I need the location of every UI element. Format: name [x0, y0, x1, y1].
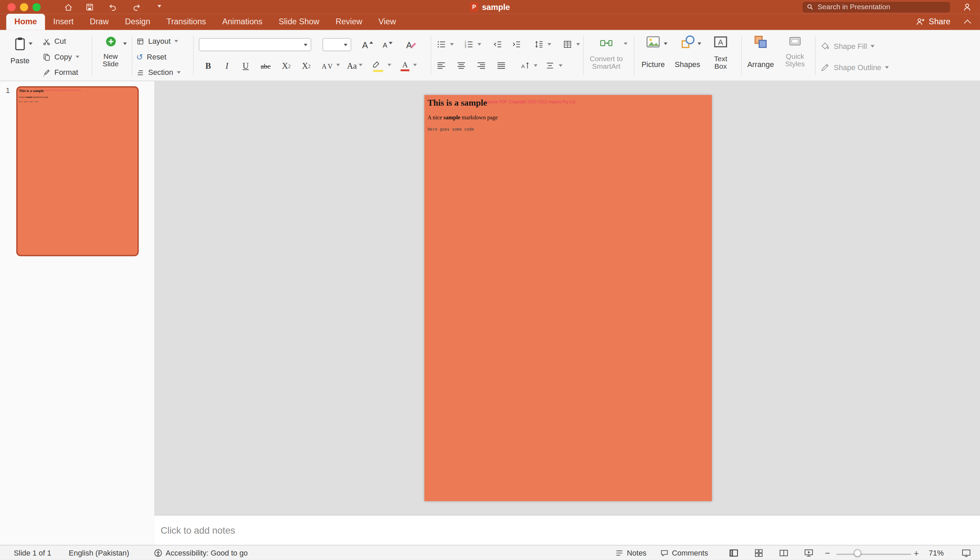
text-box-button[interactable]: Text Box — [707, 34, 734, 70]
clear-formatting-button[interactable]: A — [402, 38, 420, 53]
zoom-slider-handle[interactable] — [854, 549, 862, 557]
comments-toggle[interactable]: Comments — [660, 546, 708, 560]
share-button[interactable]: Share — [916, 17, 951, 26]
tab-transitions[interactable]: Transitions — [158, 14, 214, 30]
search-input[interactable] — [803, 2, 950, 12]
character-spacing-dropdown[interactable] — [336, 63, 340, 66]
layout-button[interactable]: Layout — [136, 35, 178, 48]
text-direction-dropdown[interactable] — [534, 64, 538, 67]
quick-styles-button[interactable]: Quick Styles — [781, 34, 809, 68]
font-size-combobox[interactable] — [322, 38, 351, 51]
shape-outline-button[interactable]: Shape Outline — [820, 61, 889, 74]
columns-dropdown[interactable] — [576, 43, 580, 45]
normal-view-button[interactable] — [729, 546, 738, 560]
paste-dropdown[interactable] — [29, 42, 32, 45]
highlight-color-dropdown[interactable] — [387, 63, 391, 66]
slide-code[interactable]: Here goes some code — [427, 127, 474, 132]
slide-number-indicator[interactable]: Slide 1 of 1 — [14, 546, 51, 560]
home-button[interactable] — [63, 2, 73, 11]
tab-view[interactable]: View — [370, 14, 404, 30]
align-text-button[interactable] — [545, 60, 555, 70]
character-spacing-button[interactable]: AV — [319, 59, 337, 74]
text-direction-button[interactable] — [520, 60, 530, 70]
picture-button[interactable]: Picture — [639, 34, 667, 69]
save-button[interactable] — [85, 2, 94, 11]
close-button[interactable] — [8, 3, 16, 11]
tab-animations[interactable]: Animations — [214, 14, 270, 30]
copy-dropdown[interactable] — [75, 56, 79, 58]
shapes-dropdown[interactable] — [698, 42, 701, 45]
columns-button[interactable] — [562, 39, 572, 49]
new-slide-button[interactable]: New Slide — [95, 34, 126, 68]
tab-home[interactable]: Home — [6, 14, 45, 30]
language-indicator[interactable]: English (Pakistan) — [69, 546, 129, 560]
cut-button[interactable]: Cut — [42, 35, 66, 48]
superscript-button[interactable]: X2 — [278, 59, 295, 74]
slide-thumbnail[interactable]: Aspose PDF. Copyright 2002-2022 Aspose P… — [17, 86, 139, 256]
copy-button[interactable]: Copy — [42, 51, 79, 63]
picture-dropdown[interactable] — [664, 42, 667, 45]
decrease-indent-button[interactable] — [492, 39, 502, 49]
tab-slide-show[interactable]: Slide Show — [270, 14, 327, 30]
shape-fill-button[interactable]: Shape Fill — [820, 40, 875, 53]
redo-button[interactable] — [132, 2, 142, 11]
zoom-in-button[interactable]: + — [914, 546, 919, 560]
bullets-button[interactable] — [436, 39, 446, 49]
line-spacing-dropdown[interactable] — [547, 43, 551, 45]
bullets-dropdown[interactable] — [450, 43, 454, 45]
align-text-dropdown[interactable] — [559, 64, 562, 67]
align-left-button[interactable] — [436, 60, 446, 70]
change-case-button[interactable]: Aa — [343, 59, 360, 74]
zoom-percentage[interactable]: 71% — [929, 546, 944, 560]
notes-toggle[interactable]: Notes — [615, 546, 647, 560]
paste-button[interactable]: Paste — [5, 34, 35, 65]
section-button[interactable]: Section — [136, 66, 180, 79]
tab-review[interactable]: Review — [328, 14, 370, 30]
numbering-button[interactable] — [464, 39, 473, 49]
numbering-dropdown[interactable] — [477, 43, 481, 45]
bold-button[interactable]: B — [200, 59, 217, 74]
convert-smartart-button[interactable]: Convert to SmartArt — [586, 34, 626, 70]
fit-window-button[interactable] — [961, 546, 971, 560]
zoom-slider[interactable] — [837, 553, 911, 555]
highlight-color-button[interactable] — [372, 60, 387, 73]
shrink-font-button[interactable]: A — [379, 38, 396, 53]
font-color-button[interactable]: A — [397, 59, 412, 74]
font-name-combobox[interactable] — [199, 38, 311, 51]
increase-indent-button[interactable] — [511, 39, 521, 49]
tab-insert[interactable]: Insert — [45, 14, 82, 30]
slideshow-button[interactable] — [804, 546, 814, 560]
italic-button[interactable]: I — [219, 59, 235, 74]
slide-heading[interactable]: This is a sample — [427, 98, 487, 108]
font-color-dropdown[interactable] — [413, 63, 417, 66]
shapes-button[interactable]: Shapes — [673, 34, 701, 69]
underline-button[interactable]: U — [238, 59, 254, 74]
change-case-dropdown[interactable] — [359, 63, 362, 66]
collapse-ribbon-button[interactable] — [965, 20, 970, 26]
shape-fill-dropdown[interactable] — [871, 45, 875, 48]
line-spacing-button[interactable] — [534, 39, 544, 49]
slide-body[interactable]: A nice sample markdown page — [427, 114, 498, 120]
shape-outline-dropdown[interactable] — [885, 66, 889, 69]
reading-view-button[interactable] — [778, 546, 788, 560]
account-icon[interactable] — [963, 2, 972, 11]
slide-sorter-button[interactable] — [753, 546, 763, 560]
strikethrough-button[interactable]: abc — [256, 59, 275, 74]
align-right-button[interactable] — [476, 60, 486, 70]
minimize-button[interactable] — [20, 3, 28, 11]
zoom-out-button[interactable]: − — [825, 546, 830, 560]
format-painter-button[interactable]: Format — [42, 66, 78, 79]
toolbar-options-chevron[interactable] — [158, 5, 162, 8]
slide-canvas[interactable]: Aspose PDF. Copyright 2002-2022 Aspose P… — [424, 95, 712, 501]
notes-pane[interactable]: Click to add notes — [154, 515, 980, 545]
convert-smartart-dropdown[interactable] — [624, 42, 627, 45]
tab-design[interactable]: Design — [117, 14, 158, 30]
fullscreen-button[interactable] — [32, 3, 41, 11]
accessibility-status[interactable]: Accessibility: Good to go — [154, 546, 248, 560]
subscript-button[interactable]: X2 — [297, 59, 315, 74]
reset-button[interactable]: ↺ Reset — [136, 51, 166, 63]
tab-draw[interactable]: Draw — [82, 14, 117, 30]
align-center-button[interactable] — [456, 60, 466, 70]
arrange-button[interactable]: Arrange — [745, 34, 776, 69]
justify-button[interactable] — [496, 60, 506, 70]
